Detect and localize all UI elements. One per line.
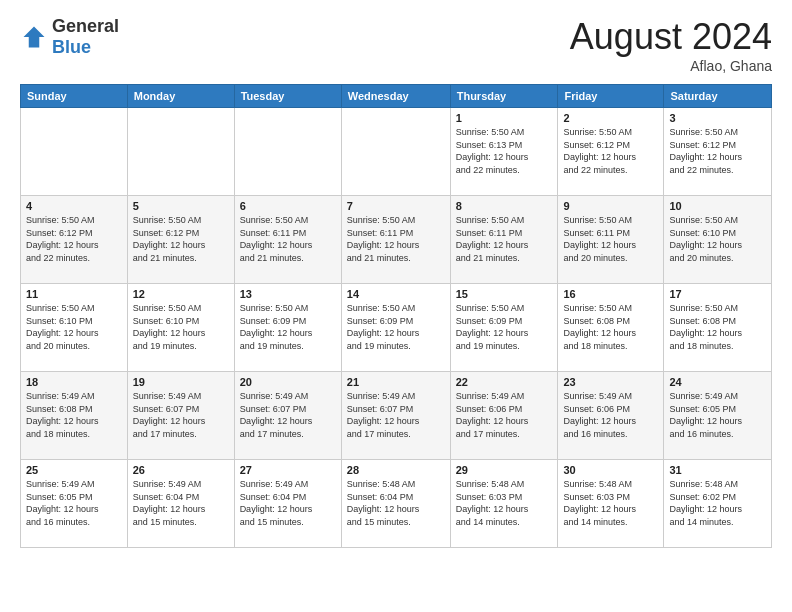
day-number: 22: [456, 376, 553, 388]
logo-blue: Blue: [52, 37, 91, 57]
day-info: Sunrise: 5:49 AMSunset: 6:07 PMDaylight:…: [347, 390, 445, 440]
calendar-cell: 24Sunrise: 5:49 AMSunset: 6:05 PMDayligh…: [664, 372, 772, 460]
location: Aflao, Ghana: [570, 58, 772, 74]
calendar-week-5: 25Sunrise: 5:49 AMSunset: 6:05 PMDayligh…: [21, 460, 772, 548]
day-info: Sunrise: 5:50 AMSunset: 6:12 PMDaylight:…: [563, 126, 658, 176]
calendar-cell: 3Sunrise: 5:50 AMSunset: 6:12 PMDaylight…: [664, 108, 772, 196]
day-info: Sunrise: 5:48 AMSunset: 6:03 PMDaylight:…: [456, 478, 553, 528]
day-info: Sunrise: 5:50 AMSunset: 6:12 PMDaylight:…: [26, 214, 122, 264]
day-number: 27: [240, 464, 336, 476]
calendar-cell: 17Sunrise: 5:50 AMSunset: 6:08 PMDayligh…: [664, 284, 772, 372]
calendar-cell: 23Sunrise: 5:49 AMSunset: 6:06 PMDayligh…: [558, 372, 664, 460]
calendar-week-4: 18Sunrise: 5:49 AMSunset: 6:08 PMDayligh…: [21, 372, 772, 460]
day-info: Sunrise: 5:50 AMSunset: 6:11 PMDaylight:…: [563, 214, 658, 264]
weekday-header-monday: Monday: [127, 85, 234, 108]
day-info: Sunrise: 5:50 AMSunset: 6:10 PMDaylight:…: [26, 302, 122, 352]
day-number: 10: [669, 200, 766, 212]
day-number: 13: [240, 288, 336, 300]
calendar-cell: 10Sunrise: 5:50 AMSunset: 6:10 PMDayligh…: [664, 196, 772, 284]
calendar-cell: 26Sunrise: 5:49 AMSunset: 6:04 PMDayligh…: [127, 460, 234, 548]
day-info: Sunrise: 5:48 AMSunset: 6:04 PMDaylight:…: [347, 478, 445, 528]
day-number: 9: [563, 200, 658, 212]
day-number: 17: [669, 288, 766, 300]
calendar-cell: 11Sunrise: 5:50 AMSunset: 6:10 PMDayligh…: [21, 284, 128, 372]
day-number: 12: [133, 288, 229, 300]
day-info: Sunrise: 5:50 AMSunset: 6:09 PMDaylight:…: [456, 302, 553, 352]
day-info: Sunrise: 5:50 AMSunset: 6:11 PMDaylight:…: [240, 214, 336, 264]
day-info: Sunrise: 5:50 AMSunset: 6:13 PMDaylight:…: [456, 126, 553, 176]
day-info: Sunrise: 5:50 AMSunset: 6:10 PMDaylight:…: [669, 214, 766, 264]
day-number: 6: [240, 200, 336, 212]
weekday-header-friday: Friday: [558, 85, 664, 108]
calendar-cell: 8Sunrise: 5:50 AMSunset: 6:11 PMDaylight…: [450, 196, 558, 284]
page: General Blue August 2024 Aflao, Ghana Su…: [0, 0, 792, 612]
logo-general: General: [52, 16, 119, 36]
day-info: Sunrise: 5:50 AMSunset: 6:08 PMDaylight:…: [563, 302, 658, 352]
calendar-cell: 15Sunrise: 5:50 AMSunset: 6:09 PMDayligh…: [450, 284, 558, 372]
calendar-cell: 2Sunrise: 5:50 AMSunset: 6:12 PMDaylight…: [558, 108, 664, 196]
calendar-cell: 7Sunrise: 5:50 AMSunset: 6:11 PMDaylight…: [341, 196, 450, 284]
calendar-cell: 21Sunrise: 5:49 AMSunset: 6:07 PMDayligh…: [341, 372, 450, 460]
weekday-header-row: SundayMondayTuesdayWednesdayThursdayFrid…: [21, 85, 772, 108]
logo-text: General Blue: [52, 16, 119, 58]
weekday-header-sunday: Sunday: [21, 85, 128, 108]
day-info: Sunrise: 5:50 AMSunset: 6:08 PMDaylight:…: [669, 302, 766, 352]
weekday-header-saturday: Saturday: [664, 85, 772, 108]
day-number: 5: [133, 200, 229, 212]
weekday-header-tuesday: Tuesday: [234, 85, 341, 108]
day-info: Sunrise: 5:49 AMSunset: 6:04 PMDaylight:…: [240, 478, 336, 528]
calendar-cell: 4Sunrise: 5:50 AMSunset: 6:12 PMDaylight…: [21, 196, 128, 284]
calendar-cell: 16Sunrise: 5:50 AMSunset: 6:08 PMDayligh…: [558, 284, 664, 372]
day-number: 29: [456, 464, 553, 476]
day-number: 26: [133, 464, 229, 476]
day-number: 8: [456, 200, 553, 212]
day-info: Sunrise: 5:50 AMSunset: 6:12 PMDaylight:…: [669, 126, 766, 176]
day-info: Sunrise: 5:50 AMSunset: 6:09 PMDaylight:…: [240, 302, 336, 352]
calendar-cell: 27Sunrise: 5:49 AMSunset: 6:04 PMDayligh…: [234, 460, 341, 548]
weekday-header-wednesday: Wednesday: [341, 85, 450, 108]
header: General Blue August 2024 Aflao, Ghana: [20, 16, 772, 74]
day-info: Sunrise: 5:49 AMSunset: 6:08 PMDaylight:…: [26, 390, 122, 440]
calendar-cell: [234, 108, 341, 196]
day-number: 24: [669, 376, 766, 388]
day-number: 1: [456, 112, 553, 124]
day-info: Sunrise: 5:50 AMSunset: 6:12 PMDaylight:…: [133, 214, 229, 264]
calendar-cell: 9Sunrise: 5:50 AMSunset: 6:11 PMDaylight…: [558, 196, 664, 284]
month-title: August 2024: [570, 16, 772, 58]
day-info: Sunrise: 5:50 AMSunset: 6:10 PMDaylight:…: [133, 302, 229, 352]
calendar-cell: [21, 108, 128, 196]
day-number: 15: [456, 288, 553, 300]
weekday-header-thursday: Thursday: [450, 85, 558, 108]
day-info: Sunrise: 5:50 AMSunset: 6:11 PMDaylight:…: [456, 214, 553, 264]
day-number: 4: [26, 200, 122, 212]
calendar-cell: 14Sunrise: 5:50 AMSunset: 6:09 PMDayligh…: [341, 284, 450, 372]
logo-icon: [20, 23, 48, 51]
calendar-cell: 25Sunrise: 5:49 AMSunset: 6:05 PMDayligh…: [21, 460, 128, 548]
title-block: August 2024 Aflao, Ghana: [570, 16, 772, 74]
day-info: Sunrise: 5:49 AMSunset: 6:07 PMDaylight:…: [133, 390, 229, 440]
logo: General Blue: [20, 16, 119, 58]
calendar-cell: 19Sunrise: 5:49 AMSunset: 6:07 PMDayligh…: [127, 372, 234, 460]
svg-marker-0: [24, 27, 45, 48]
calendar-cell: [127, 108, 234, 196]
calendar-cell: 30Sunrise: 5:48 AMSunset: 6:03 PMDayligh…: [558, 460, 664, 548]
day-number: 31: [669, 464, 766, 476]
day-number: 23: [563, 376, 658, 388]
calendar-cell: 1Sunrise: 5:50 AMSunset: 6:13 PMDaylight…: [450, 108, 558, 196]
day-info: Sunrise: 5:49 AMSunset: 6:07 PMDaylight:…: [240, 390, 336, 440]
day-info: Sunrise: 5:48 AMSunset: 6:03 PMDaylight:…: [563, 478, 658, 528]
calendar-cell: 18Sunrise: 5:49 AMSunset: 6:08 PMDayligh…: [21, 372, 128, 460]
calendar-cell: 22Sunrise: 5:49 AMSunset: 6:06 PMDayligh…: [450, 372, 558, 460]
day-number: 3: [669, 112, 766, 124]
day-number: 30: [563, 464, 658, 476]
day-info: Sunrise: 5:49 AMSunset: 6:04 PMDaylight:…: [133, 478, 229, 528]
calendar-cell: 6Sunrise: 5:50 AMSunset: 6:11 PMDaylight…: [234, 196, 341, 284]
day-number: 25: [26, 464, 122, 476]
day-number: 19: [133, 376, 229, 388]
calendar-week-1: 1Sunrise: 5:50 AMSunset: 6:13 PMDaylight…: [21, 108, 772, 196]
calendar: SundayMondayTuesdayWednesdayThursdayFrid…: [20, 84, 772, 548]
calendar-cell: 13Sunrise: 5:50 AMSunset: 6:09 PMDayligh…: [234, 284, 341, 372]
day-info: Sunrise: 5:49 AMSunset: 6:06 PMDaylight:…: [456, 390, 553, 440]
day-info: Sunrise: 5:50 AMSunset: 6:09 PMDaylight:…: [347, 302, 445, 352]
day-number: 20: [240, 376, 336, 388]
